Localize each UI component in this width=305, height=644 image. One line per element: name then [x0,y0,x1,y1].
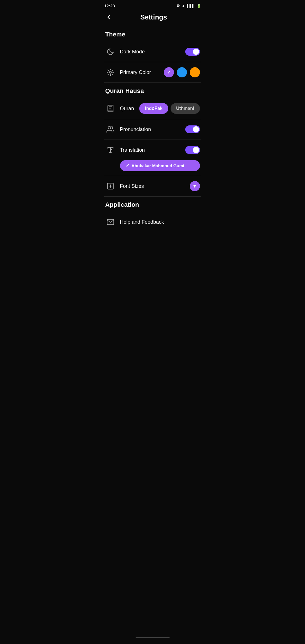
font-sizes-icon [105,181,116,191]
pronunciation-icon [105,124,116,134]
color-dot-blue[interactable] [177,67,187,77]
dark-mode-toggle-thumb [193,49,199,55]
dark-mode-label: Dark Mode [120,49,181,55]
svg-point-0 [109,71,111,73]
uthmani-button[interactable]: Uthmani [171,103,200,114]
quran-hausa-section-label: Quran Hausa [100,83,206,98]
translation-row[interactable]: Translation [100,140,206,160]
pronunciation-label: Pronunciation [120,127,181,132]
help-feedback-label: Help and Feedback [120,219,200,225]
translation-pill[interactable]: ✓ Abubakar Mahmoud Gumi [120,160,200,171]
signal-icon: ▌▌▌ [187,4,195,8]
back-button[interactable] [104,13,113,22]
page-title: Settings [118,13,201,21]
font-sizes-dropdown-icon: ▼ [190,181,200,191]
help-feedback-row[interactable]: Help and Feedback [100,212,206,232]
translation-check-icon: ✓ [126,163,129,168]
pronunciation-toggle-thumb [193,126,199,132]
translation-toggle-track [185,146,200,154]
svg-point-3 [108,127,110,129]
translation-icon [105,145,116,155]
selected-translator: Abubakar Mahmoud Gumi [132,163,184,168]
pronunciation-toggle-track [185,125,200,133]
dark-mode-toggle-track [185,48,200,56]
theme-section-label: Theme [100,26,206,42]
dark-mode-row[interactable]: Dark Mode [100,42,206,62]
back-arrow-icon [105,14,112,21]
pronunciation-toggle[interactable] [185,125,200,133]
translation-label: Translation [120,147,181,153]
font-sizes-label: Font Sizes [120,183,185,189]
application-section-label: Application [100,197,206,212]
quran-icon [105,103,116,114]
battery-icon: 🔋 [197,4,201,8]
color-options [164,67,200,77]
quran-row[interactable]: Quran IndoPak Uthmani [100,98,206,119]
quran-label: Quran [120,106,135,112]
primary-color-icon [105,67,116,77]
primary-color-label: Primary Color [120,69,159,75]
bottom-spacer [100,232,206,255]
dark-mode-icon [105,47,116,57]
font-sizes-row[interactable]: Font Sizes ▼ [100,176,206,196]
status-bar: 12:23 ⚙ ▲ ▌▌▌ 🔋 [100,0,206,10]
translation-toggle-thumb [193,147,199,153]
primary-color-row[interactable]: Primary Color [100,62,206,82]
header: Settings [100,10,206,26]
color-dot-purple[interactable] [164,67,174,77]
status-icons: ⚙ ▲ ▌▌▌ 🔋 [177,4,201,8]
translation-toggle[interactable] [185,146,200,154]
script-options: IndoPak Uthmani [139,103,200,114]
status-time: 12:23 [104,3,115,8]
bottom-indicator [136,637,169,638]
dark-mode-toggle[interactable] [185,48,200,56]
bottom-bar [100,634,206,644]
settings-icon: ⚙ [177,4,180,8]
pronunciation-row[interactable]: Pronunciation [100,119,206,140]
indopak-button[interactable]: IndoPak [139,103,168,114]
translation-sub-row: ✓ Abubakar Mahmoud Gumi [100,160,206,176]
color-dot-orange[interactable] [190,67,200,77]
wifi-icon: ▲ [182,4,185,8]
help-feedback-icon [105,217,116,227]
